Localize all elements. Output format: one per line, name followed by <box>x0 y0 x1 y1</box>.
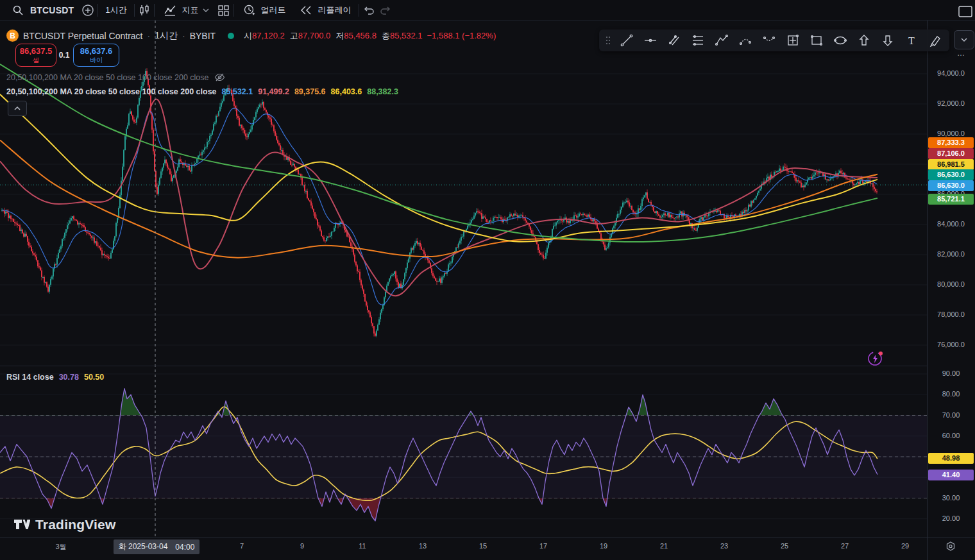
undo-icon[interactable] <box>360 2 377 19</box>
btc-icon: B <box>6 30 19 42</box>
pane-divider[interactable] <box>0 366 927 366</box>
ma-value-100: 89,375.6 <box>294 87 326 96</box>
brush-icon[interactable] <box>928 33 943 48</box>
indicator-ma-title: 20,50,100,200 MA 20 close 50 close 100 c… <box>6 87 217 96</box>
price-axis-label: 76,000.0 <box>927 341 975 348</box>
price-chart-canvas[interactable] <box>0 0 975 560</box>
interval-label: 1시간 <box>105 4 126 16</box>
drag-handle[interactable] <box>606 36 611 45</box>
rsi-axis-label: 60.00 <box>927 432 975 439</box>
sell-label: 셀 <box>33 56 39 64</box>
time-label: 15 <box>479 542 487 550</box>
symbol-search-button[interactable]: BTCUSDT <box>4 1 80 19</box>
chart-title: BTCUSDT Perpetual Contract <box>23 31 142 41</box>
ma-value-green: 88,382.3 <box>367 87 398 96</box>
indicator-row-hidden[interactable]: 20,50,100,200 MA 20 close 50 close 100 c… <box>6 72 225 83</box>
trend-line-icon[interactable] <box>619 33 634 48</box>
indicators-label: 지표 <box>182 4 199 16</box>
watermark-text: TradingView <box>35 517 116 532</box>
rsi-tag: 48.98 <box>928 453 974 464</box>
market-status-dot <box>228 33 234 39</box>
ellipse-icon[interactable] <box>833 33 848 48</box>
ma-value-200: 86,403.6 <box>331 87 362 96</box>
redo-icon[interactable] <box>377 2 394 19</box>
indicator-hidden-title: 20,50,100,200 MA 20 close 50 close 100 c… <box>6 73 209 82</box>
fib-retracement-icon[interactable] <box>690 33 706 48</box>
replay-label: 리플레이 <box>318 4 352 16</box>
horizontal-line-icon[interactable] <box>643 33 658 48</box>
search-icon <box>10 2 26 19</box>
price-tag: 86,981.5 <box>928 159 974 170</box>
arrow-down-icon[interactable] <box>880 33 895 48</box>
compare-add-icon[interactable] <box>80 2 96 19</box>
alert-button[interactable]: 얼러트 <box>235 1 292 19</box>
chart-type-icon[interactable] <box>136 2 153 19</box>
time-label: 7 <box>240 542 244 550</box>
buy-button[interactable]: 86,637.6 바이 <box>73 44 119 67</box>
path-icon[interactable] <box>761 33 777 48</box>
time-label-month: 3월 <box>55 542 66 552</box>
drawing-toolbar-expand[interactable] <box>954 30 974 49</box>
toolbar-divider <box>98 4 98 17</box>
price-tag: 87,106.0 <box>928 148 974 159</box>
alert-label: 얼러트 <box>261 4 286 16</box>
chart-header[interactable]: B BTCUSDT Perpetual Contract · 1시간 · BYB… <box>6 30 496 42</box>
sell-price: 86,637.5 <box>20 47 53 56</box>
replay-icon <box>298 2 314 19</box>
gann-box-icon[interactable] <box>785 33 801 48</box>
price-axis-label: 78,000.0 <box>927 310 975 318</box>
buy-price: 86,637.6 <box>80 47 113 56</box>
top-toolbar: BTCUSDT 1시간 지표 얼러트 리플레이 <box>0 0 975 21</box>
price-tag: 86,630.0 <box>928 169 974 180</box>
time-label: 13 <box>419 542 427 550</box>
svg-text:T: T <box>908 35 915 46</box>
price-tag: 86,630.0 <box>928 180 974 191</box>
symbol-label: BTCUSDT <box>30 5 74 15</box>
settings-icon[interactable] <box>945 541 956 552</box>
parallel-channel-icon[interactable] <box>666 33 682 48</box>
arrow-up-icon[interactable] <box>856 33 872 48</box>
rsi-axis-label: 20.00 <box>927 514 975 522</box>
time-label: 25 <box>781 542 788 550</box>
price-axis-label: 92,000.0 <box>927 99 975 107</box>
indicators-button[interactable]: 지표 <box>156 1 215 19</box>
price-tag: 85,721.1 <box>928 194 974 205</box>
chevron-down-icon <box>960 37 968 43</box>
replay-button[interactable]: 리플레이 <box>292 1 357 19</box>
quantity-field[interactable]: 0.1 <box>56 51 72 60</box>
rectangle-icon[interactable] <box>809 33 824 48</box>
time-label: 19 <box>600 542 607 550</box>
toolbar-divider <box>233 4 233 17</box>
rsi-indicator-row[interactable]: RSI 14 close 30.78 50.50 <box>6 373 104 382</box>
interval-button[interactable]: 1시간 <box>99 1 132 19</box>
quick-trade-icon[interactable] <box>867 349 885 367</box>
rsi-axis-label: 70.00 <box>927 411 975 419</box>
time-label: 23 <box>720 542 728 550</box>
layout-grid-icon[interactable] <box>215 2 232 19</box>
tradingview-logo[interactable]: TradingView <box>13 516 116 533</box>
price-axis-label: 90,000.0 <box>927 130 975 137</box>
indicator-row-ma[interactable]: 20,50,100,200 MA 20 close 50 close 100 c… <box>6 87 398 96</box>
rsi-tag: 41.40 <box>928 470 974 480</box>
sell-button[interactable]: 86,637.5 셀 <box>15 44 56 67</box>
ma-value-50: 91,499.2 <box>258 87 289 96</box>
price-axis-label: 82,000.0 <box>927 250 975 258</box>
toolbar-divider <box>134 4 135 17</box>
time-label: 11 <box>359 542 366 550</box>
rsi-title: RSI 14 close <box>6 373 54 382</box>
indicators-icon <box>162 2 178 19</box>
rsi-axis-label: 90.00 <box>927 369 975 377</box>
rsi-ma-value: 50.50 <box>84 373 104 382</box>
price-axis-label: 94,000.0 <box>927 69 975 77</box>
chevron-down-icon <box>203 8 209 13</box>
buy-label: 바이 <box>90 56 103 64</box>
maximize-icon[interactable] <box>957 3 974 20</box>
eye-off-icon[interactable] <box>214 72 225 83</box>
polyline-icon[interactable] <box>714 33 729 48</box>
curve-icon[interactable] <box>738 33 753 48</box>
time-label: 9 <box>300 542 304 550</box>
chevron-up-icon <box>13 105 22 112</box>
rsi-axis-label: 30.00 <box>927 494 975 502</box>
text-icon[interactable]: T <box>904 33 919 48</box>
legend-collapse-button[interactable] <box>8 101 27 116</box>
